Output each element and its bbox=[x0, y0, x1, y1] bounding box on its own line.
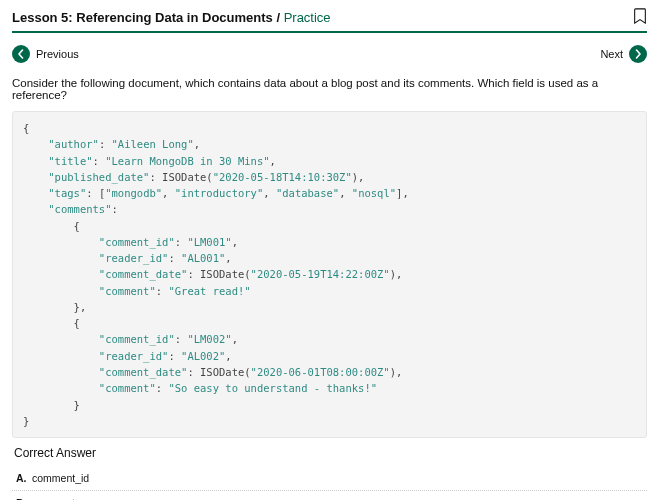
lesson-separator: / bbox=[273, 10, 284, 25]
previous-label: Previous bbox=[36, 48, 79, 60]
section-label: Practice bbox=[284, 10, 331, 25]
next-label: Next bbox=[600, 48, 623, 60]
lesson-title: Lesson 5: Referencing Data in Documents … bbox=[12, 10, 331, 25]
answer-option-b[interactable]: B. comments bbox=[12, 490, 647, 500]
lesson-label: Lesson 5: Referencing Data in Documents bbox=[12, 10, 273, 25]
answer-list: A. comment_id B. comments C. date bbox=[12, 466, 647, 500]
chevron-right-icon bbox=[629, 45, 647, 63]
code-block: { "author": "Aileen Long", "title": "Lea… bbox=[12, 111, 647, 438]
answer-letter: A. bbox=[16, 472, 32, 484]
chevron-left-icon bbox=[12, 45, 30, 63]
previous-button[interactable]: Previous bbox=[12, 45, 79, 63]
next-button[interactable]: Next bbox=[600, 45, 647, 63]
lesson-nav: Previous Next bbox=[12, 45, 647, 63]
answer-text: comment_id bbox=[32, 472, 89, 484]
lesson-header: Lesson 5: Referencing Data in Documents … bbox=[12, 8, 647, 33]
correct-answer-heading: Correct Answer bbox=[14, 446, 647, 460]
question-text: Consider the following document, which c… bbox=[12, 77, 647, 101]
bookmark-icon[interactable] bbox=[633, 8, 647, 27]
answer-option-a[interactable]: A. comment_id bbox=[12, 466, 647, 490]
